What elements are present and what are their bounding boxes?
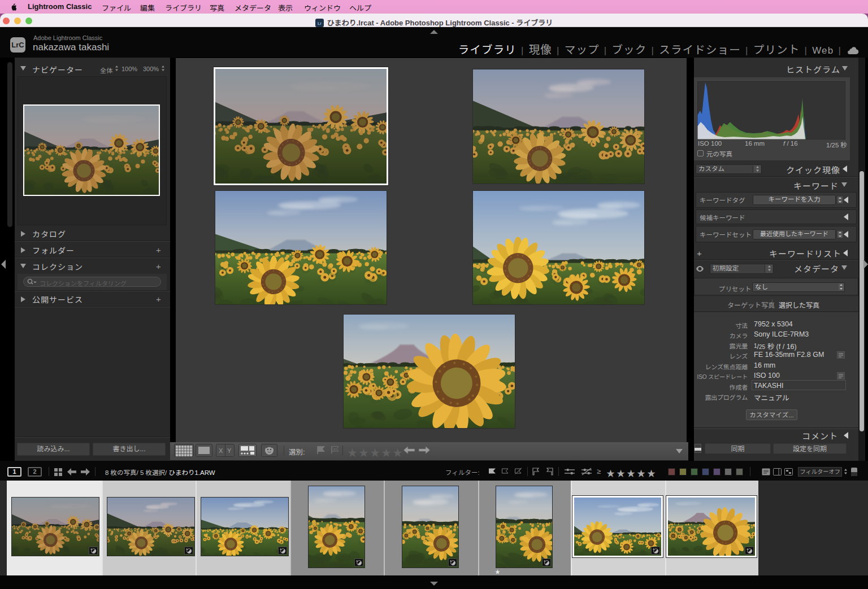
svg-text:X: X [219, 447, 223, 454]
svg-text:Y: Y [227, 447, 232, 454]
svg-text:Lr: Lr [318, 21, 322, 25]
